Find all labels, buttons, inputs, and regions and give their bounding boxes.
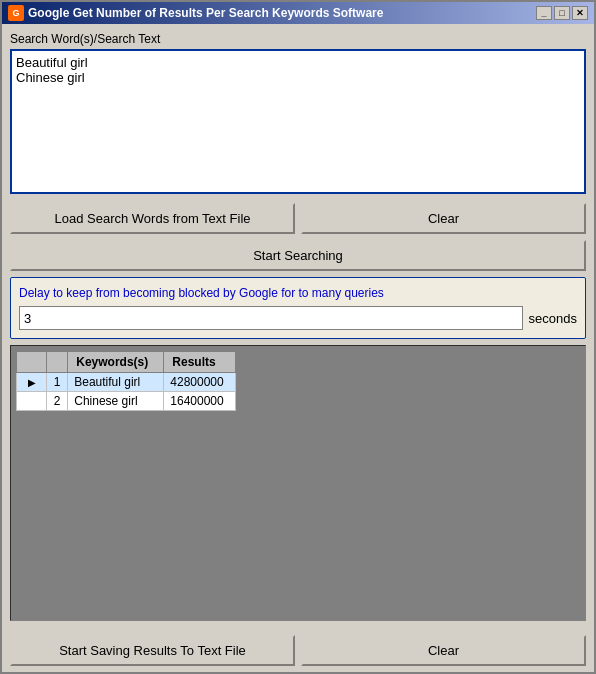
row-keyword: Chinese girl — [68, 392, 164, 411]
row-arrow — [17, 392, 47, 411]
results-table-container: Keywords(s) Results ▶1Beautiful girl4280… — [15, 350, 237, 412]
row-keyword: Beautiful girl — [68, 373, 164, 392]
title-buttons: _ □ ✕ — [536, 6, 588, 20]
row-arrow: ▶ — [17, 373, 47, 392]
table-header-row: Keywords(s) Results — [17, 352, 236, 373]
title-bar-left: G Google Get Number of Results Per Searc… — [8, 5, 383, 21]
close-button[interactable]: ✕ — [572, 6, 588, 20]
save-results-button[interactable]: Start Saving Results To Text File — [10, 635, 295, 666]
maximize-button[interactable]: □ — [554, 6, 570, 20]
top-button-row: Load Search Words from Text File Clear — [10, 203, 586, 234]
table-row[interactable]: ▶1Beautiful girl42800000 — [17, 373, 236, 392]
col-header-arrow — [17, 352, 47, 373]
search-section: Search Word(s)/Search Text — [10, 32, 586, 197]
row-num: 2 — [47, 392, 68, 411]
app-icon: G — [8, 5, 24, 21]
title-bar: G Google Get Number of Results Per Searc… — [2, 2, 594, 24]
start-searching-button[interactable]: Start Searching — [10, 240, 586, 271]
delay-row: seconds — [19, 306, 577, 330]
col-header-keywords: Keywords(s) — [68, 352, 164, 373]
window-title: Google Get Number of Results Per Search … — [28, 6, 383, 20]
delay-section: Delay to keep from becoming blocked by G… — [10, 277, 586, 339]
col-header-num — [47, 352, 68, 373]
search-section-label: Search Word(s)/Search Text — [10, 32, 586, 46]
bottom-button-row: Start Saving Results To Text File Clear — [2, 629, 594, 672]
results-area: Keywords(s) Results ▶1Beautiful girl4280… — [10, 345, 586, 621]
col-header-results: Results — [164, 352, 236, 373]
row-results: 16400000 — [164, 392, 236, 411]
delay-input[interactable] — [19, 306, 523, 330]
row-results: 42800000 — [164, 373, 236, 392]
clear-bottom-button[interactable]: Clear — [301, 635, 586, 666]
main-window: G Google Get Number of Results Per Searc… — [0, 0, 596, 674]
results-table: Keywords(s) Results ▶1Beautiful girl4280… — [16, 351, 236, 411]
delay-unit-label: seconds — [529, 311, 577, 326]
load-search-words-button[interactable]: Load Search Words from Text File — [10, 203, 295, 234]
clear-top-button[interactable]: Clear — [301, 203, 586, 234]
main-content: Search Word(s)/Search Text Load Search W… — [2, 24, 594, 629]
delay-label: Delay to keep from becoming blocked by G… — [19, 286, 577, 300]
table-row[interactable]: 2Chinese girl16400000 — [17, 392, 236, 411]
search-textarea[interactable] — [10, 49, 586, 194]
minimize-button[interactable]: _ — [536, 6, 552, 20]
row-num: 1 — [47, 373, 68, 392]
